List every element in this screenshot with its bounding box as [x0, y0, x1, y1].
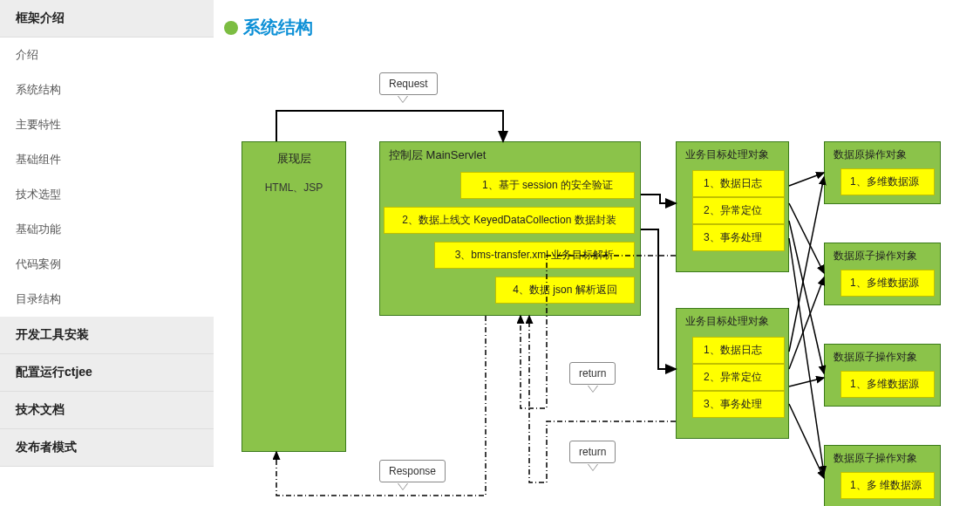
data-op-2-box: 数据原子操作对象 1、多维数据源 [824, 243, 941, 305]
page-title-text: 系统结构 [243, 16, 313, 39]
page-title: 系统结构 [224, 16, 980, 39]
bt1-item-3: 3、事务处理 [692, 224, 785, 251]
callout-request-text: Request [389, 78, 428, 90]
nav-header-techdoc[interactable]: 技术文档 [0, 392, 214, 429]
control-step-1: 1、基于 session 的安全验证 [460, 172, 635, 199]
architecture-diagram: 展现层 HTML、JSP 控制层 MainServlet 1、基于 sessio… [224, 64, 965, 500]
data-op-2-item: 1、多维数据源 [840, 270, 935, 297]
bt2-item-2: 2、异常定位 [692, 364, 785, 391]
presentation-title: 展现层 [242, 142, 345, 172]
callout-return-2-text: return [579, 446, 606, 458]
data-op-2-title: 数据原子操作对象 [825, 243, 940, 269]
nav-item-intro[interactable]: 介绍 [0, 38, 214, 72]
bt2-item-1: 1、数据日志 [692, 337, 785, 364]
nav-item-features[interactable]: 主要特性 [0, 107, 214, 142]
nav-header-config[interactable]: 配置运行ctjee [0, 354, 214, 392]
callout-return-1: return [569, 362, 616, 385]
nav-item-tech[interactable]: 技术选型 [0, 177, 214, 212]
nav-item-components[interactable]: 基础组件 [0, 142, 214, 177]
callout-return-2: return [569, 441, 616, 463]
sidebar: 框架介绍 介绍 系统结构 主要特性 基础组件 技术选型 基础功能 代码案例 目录… [0, 0, 214, 506]
data-op-4-item: 1、多 维数据源 [840, 472, 935, 499]
data-op-1-box: 数据原操作对象 1、多维数据源 [824, 141, 941, 204]
business-target-1-box: 业务目标处理对象 1、数据日志 2、异常定位 3、事务处理 [676, 141, 789, 272]
bt2-item-3: 3、事务处理 [692, 391, 785, 418]
control-title: 控制层 MainServlet [380, 142, 640, 168]
content: 系统结构 展现层 HTML、JSP 控制层 MainServlet 1、基于 s… [214, 0, 980, 506]
nav-header-publisher[interactable]: 发布者模式 [0, 429, 214, 467]
presentation-subtitle: HTML、JSP [242, 172, 345, 195]
title-dot-icon [224, 21, 238, 35]
business-target-2-box: 业务目标处理对象 1、数据日志 2、异常定位 3、事务处理 [676, 308, 789, 439]
control-step-2: 2、数据上线文 KeyedDataCollection 数据封装 [384, 207, 635, 234]
data-op-3-box: 数据原子操作对象 1、多维数据源 [824, 344, 941, 407]
nav-item-code-examples[interactable]: 代码案例 [0, 247, 214, 282]
data-op-3-item: 1、多维数据源 [840, 371, 935, 398]
nav-item-basic-func[interactable]: 基础功能 [0, 212, 214, 247]
callout-request: Request [379, 72, 438, 95]
data-op-4-box: 数据原子操作对象 1、多 维数据源 [824, 445, 941, 506]
control-step-4: 4、数据 json 解析返回 [495, 277, 635, 304]
business-target-1-title: 业务目标处理对象 [677, 142, 788, 168]
data-op-1-item: 1、多维数据源 [840, 168, 935, 195]
data-op-3-title: 数据原子操作对象 [825, 345, 940, 370]
presentation-layer-box: 展现层 HTML、JSP [242, 141, 346, 452]
data-op-4-title: 数据原子操作对象 [825, 446, 940, 471]
nav-item-dir-structure[interactable]: 目录结构 [0, 282, 214, 317]
control-layer-box: 控制层 MainServlet 1、基于 session 的安全验证 2、数据上… [379, 141, 641, 316]
control-step-3: 3、bms-transfer.xml 业务目标解析 [434, 242, 635, 269]
bt1-item-2: 2、异常定位 [692, 197, 785, 224]
callout-response-text: Response [389, 465, 436, 477]
business-target-2-title: 业务目标处理对象 [677, 309, 788, 334]
data-op-1-title: 数据原操作对象 [825, 142, 940, 168]
bt1-item-1: 1、数据日志 [692, 170, 785, 197]
nav-header-framework[interactable]: 框架介绍 [0, 0, 214, 38]
callout-response: Response [379, 460, 446, 482]
nav-item-structure[interactable]: 系统结构 [0, 72, 214, 107]
nav-header-devtools[interactable]: 开发工具安装 [0, 317, 214, 354]
callout-return-1-text: return [579, 367, 606, 380]
